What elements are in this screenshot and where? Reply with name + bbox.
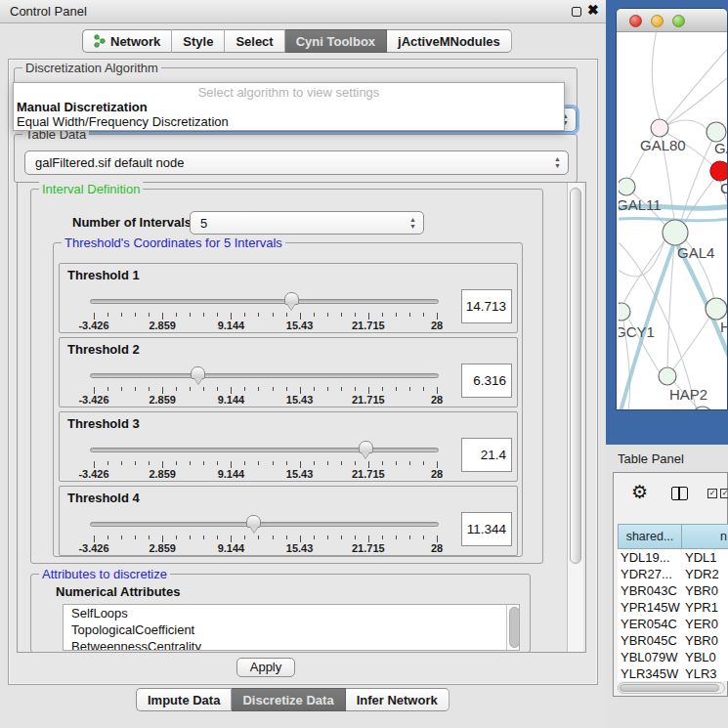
close-icon[interactable]: ✖: [587, 2, 599, 18]
threshold-value-field[interactable]: 11.344: [461, 512, 512, 546]
cell-name[interactable]: YDL1: [681, 549, 728, 566]
tick-mark: [176, 461, 177, 465]
cell-shared-name[interactable]: YBL079W: [618, 649, 681, 665]
tick-mark: [190, 461, 191, 465]
tick-mark: [162, 387, 163, 394]
tick-label: 21.715: [352, 468, 385, 480]
cell-shared-name[interactable]: YDL19...: [618, 549, 681, 566]
tick-mark: [396, 535, 397, 539]
attribute-list-item[interactable]: BetweennessCentrality: [64, 638, 519, 651]
cell-name[interactable]: YER0: [681, 616, 728, 632]
attribute-list-item[interactable]: SelfLoops: [64, 605, 519, 621]
checkbox-icon[interactable]: ✓: [720, 489, 728, 498]
tick-mark: [437, 387, 438, 394]
slider-handle[interactable]: [246, 515, 261, 528]
slider-track[interactable]: [90, 448, 439, 452]
network-icon: [94, 34, 106, 48]
split-columns-icon[interactable]: [671, 487, 688, 500]
cell-name[interactable]: YBR0: [681, 582, 728, 599]
table-data-combobox[interactable]: galFiltered.sif default node ▲▼: [24, 150, 569, 175]
settings-scrollbar[interactable]: [567, 183, 583, 652]
tick-mark: [382, 535, 383, 539]
algorithm-option-manual[interactable]: Manual Discretization: [17, 100, 148, 114]
tab-network[interactable]: Network: [82, 29, 172, 53]
tab-infer-network[interactable]: Infer Network: [346, 688, 450, 711]
minimize-traffic-light[interactable]: [651, 15, 664, 27]
algorithm-hint-option[interactable]: Select algorithm to view settings: [14, 85, 564, 100]
table-row[interactable]: YBR045CYBR0: [618, 632, 728, 649]
table-row[interactable]: YBL079WYBL0: [618, 649, 728, 665]
cell-shared-name[interactable]: YBR043C: [618, 582, 681, 599]
cell-name[interactable]: YPR1: [681, 599, 728, 616]
float-window-icon[interactable]: [572, 7, 581, 17]
slider-handle[interactable]: [191, 366, 205, 379]
network-node-hap2[interactable]: [659, 367, 676, 385]
tick-mark: [273, 461, 274, 465]
tick-mark: [327, 461, 328, 465]
column-header-name[interactable]: n: [681, 524, 728, 549]
table-row[interactable]: YBR043CYBR0: [618, 582, 728, 599]
tick-mark: [135, 313, 136, 317]
network-node-ga[interactable]: [707, 122, 726, 142]
slider-track[interactable]: [90, 522, 439, 527]
numerical-attributes-list[interactable]: SelfLoopsTopologicalCoefficientBetweenne…: [63, 604, 520, 651]
tick-mark: [231, 461, 232, 468]
table-row[interactable]: YDL19...YDL1: [618, 549, 728, 566]
cell-name[interactable]: YDR2: [681, 566, 728, 582]
tick-mark: [94, 313, 95, 320]
cell-name[interactable]: YBR0: [681, 632, 728, 649]
table-row[interactable]: YER054CYER0: [618, 616, 728, 632]
table-data-group: Table Data galFiltered.sif default node …: [14, 134, 578, 183]
tick-mark: [368, 535, 369, 542]
slider-track[interactable]: [90, 299, 439, 304]
close-traffic-light[interactable]: [629, 15, 642, 27]
tab-discretize-data[interactable]: Discretize Data: [232, 688, 345, 711]
column-header-shared-name[interactable]: shared...: [618, 524, 681, 549]
cell-name[interactable]: YLR3: [681, 665, 728, 681]
network-node-gal80[interactable]: [651, 119, 668, 137]
tick-mark: [314, 313, 315, 317]
attributes-scrollbar-thumb[interactable]: [509, 607, 520, 648]
attributes-scrollbar[interactable]: [506, 605, 519, 650]
cell-shared-name[interactable]: YDR27...: [618, 566, 681, 582]
network-node-gal11[interactable]: [619, 178, 635, 195]
table-hscrollbar-thumb[interactable]: [620, 684, 719, 692]
table-row[interactable]: YPR145WYPR1: [618, 599, 728, 616]
tab-style[interactable]: Style: [172, 29, 225, 53]
tab-cyni-toolbox[interactable]: Cyni Toolbox: [285, 29, 387, 53]
threshold-value-field[interactable]: 6.316: [461, 364, 512, 398]
tick-mark: [190, 387, 191, 391]
network-window-titlebar[interactable]: [617, 9, 727, 32]
cell-shared-name[interactable]: YPR145W: [618, 599, 681, 616]
tick-label: 21.715: [352, 394, 385, 406]
table-horizontal-scrollbar[interactable]: [618, 682, 725, 694]
tick-mark: [244, 535, 245, 539]
threshold-value-field[interactable]: 14.713: [461, 289, 512, 323]
cell-name[interactable]: YBL0: [681, 649, 728, 665]
checkbox-icon[interactable]: ✓: [707, 489, 717, 498]
network-node-c[interactable]: [710, 161, 728, 181]
apply-button[interactable]: Apply: [236, 658, 295, 677]
table-row[interactable]: YDR27...YDR2: [618, 566, 728, 582]
tab-impute-data[interactable]: Impute Data: [136, 688, 232, 711]
gear-icon[interactable]: ⚙: [631, 483, 648, 501]
cell-shared-name[interactable]: YBR045C: [618, 632, 681, 649]
cell-shared-name[interactable]: YLR345W: [618, 665, 681, 681]
settings-scrollbar-thumb[interactable]: [570, 188, 581, 564]
slider-handle[interactable]: [284, 292, 299, 305]
algorithm-option-equal-width[interactable]: Equal Width/Frequency Discretization: [17, 114, 229, 129]
network-node-h[interactable]: [706, 298, 727, 320]
threshold-value-field[interactable]: 21.4: [461, 438, 512, 472]
slider-track[interactable]: [90, 373, 439, 378]
tab-select[interactable]: Select: [225, 29, 284, 53]
cell-shared-name[interactable]: YER054C: [618, 616, 681, 632]
attribute-list-item[interactable]: TopologicalCoefficient: [64, 621, 519, 638]
tab-jactivemnodules[interactable]: jActiveMNodules: [387, 29, 512, 53]
network-node-gal4[interactable]: [663, 220, 688, 245]
network-node-gcy1[interactable]: [619, 303, 630, 321]
number-of-intervals-combobox[interactable]: 5 ▲▼: [190, 211, 424, 235]
zoom-traffic-light[interactable]: [672, 15, 685, 27]
table-row[interactable]: YLR345WYLR3: [618, 665, 728, 681]
network-canvas[interactable]: GAL80GACGAL11GAL4GCY1HHAP2: [619, 32, 728, 410]
slider-handle[interactable]: [359, 441, 373, 453]
